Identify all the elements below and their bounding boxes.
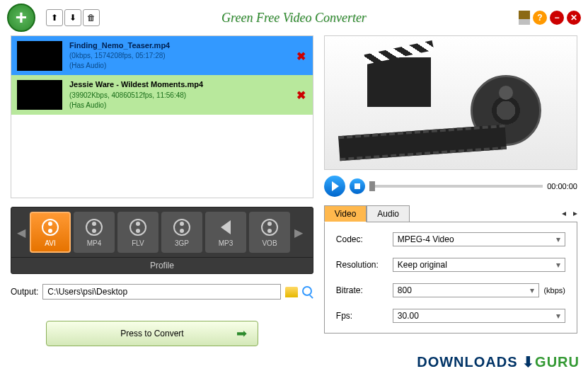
resolution-select[interactable]: Keep original [393,258,565,272]
profile-prev-button[interactable]: ◀ [16,226,27,239]
thumbnail [17,80,62,110]
seek-thumb[interactable] [369,181,375,191]
format-mp4[interactable]: MP4 [74,212,115,253]
player-controls: 00:00:00 [324,176,577,197]
remove-file-button[interactable]: ✖ [296,49,306,62]
file-audio: (Has Audio) [69,101,307,110]
format-3gp[interactable]: 3GP [161,212,202,253]
watermark: DOWNLOADS ⬇GURU [417,353,580,370]
file-list: Finding_Nemo_Teaser.mp4 (0kbps, 1574208f… [11,35,313,198]
file-meta: (39902Kbps, 40860512fps, 11:56:48) [69,91,307,101]
fps-select[interactable]: 30.00 [393,309,565,323]
resolution-label: Resolution: [336,260,393,270]
profile-panel: ◀ AVI MP4 FLV 3GP [11,207,313,274]
codec-select[interactable]: MPEG-4 Video [393,232,565,246]
output-label: Output: [11,287,38,297]
help-button[interactable]: ? [533,11,547,25]
file-name: Jessie Ware - Wildest Moments.mp4 [69,79,307,90]
output-row: Output: [11,284,313,300]
file-item[interactable]: Finding_Nemo_Teaser.mp4 (0kbps, 1574208f… [11,36,313,75]
file-info: Jessie Ware - Wildest Moments.mp4 (39902… [69,79,307,110]
convert-label: Press to Convert [120,329,183,338]
settings-panel: Codec: MPEG-4 Video Resolution: Keep ori… [324,222,577,334]
minimize-button[interactable]: − [550,11,564,25]
bitrate-label: Bitrate: [336,285,393,295]
convert-button[interactable]: Press to Convert [46,321,258,346]
output-path-input[interactable] [42,284,280,300]
reel-icon [172,217,192,237]
file-name: Finding_Nemo_Teaser.mp4 [69,40,307,51]
file-info: Finding_Nemo_Teaser.mp4 (0kbps, 1574208f… [69,40,307,71]
move-down-button[interactable]: ⬇ [64,9,81,26]
play-button[interactable] [324,176,345,197]
bitrate-unit: (kbps) [543,286,565,295]
format-label: FLV [132,239,144,247]
format-label: AVI [45,239,55,247]
add-file-button[interactable] [7,4,35,32]
file-item[interactable]: Jessie Ware - Wildest Moments.mp4 (39902… [11,75,313,114]
speaker-icon [216,217,236,237]
thumbnail [17,41,62,71]
format-mp3[interactable]: MP3 [205,212,246,253]
profile-title: Profile [11,257,313,273]
format-label: 3GP [175,239,189,247]
format-avi[interactable]: AVI [30,212,71,253]
delete-button[interactable]: 🗑 [83,9,100,26]
reel-icon [84,217,104,237]
tab-prev-button[interactable]: ◂ [562,208,566,218]
format-vob[interactable]: VOB [249,212,290,253]
app-title: Green Free Video Converter [221,11,367,25]
fps-label: Fps: [336,311,393,321]
tab-audio[interactable]: Audio [367,205,410,222]
format-label: MP4 [87,239,102,247]
header-toolbar: ⬆ ⬇ 🗑 [46,9,100,26]
brush-icon[interactable] [519,11,530,25]
tab-nav: ◂ ▸ [562,208,577,218]
codec-label: Codec: [336,234,393,244]
reel-icon [260,217,279,237]
header: ⬆ ⬇ 🗑 Green Free Video Converter ? − ✕ [0,0,588,35]
open-folder-button[interactable] [302,286,313,297]
profile-next-button[interactable]: ▶ [293,226,304,239]
move-up-button[interactable]: ⬆ [46,9,63,26]
remove-file-button[interactable]: ✖ [296,89,306,102]
file-meta: (0kbps, 1574208fps, 05:17:28) [69,51,307,61]
format-flv[interactable]: FLV [117,212,158,253]
film-strip-icon [338,125,507,161]
format-label: VOB [262,239,277,247]
reel-icon [128,217,148,237]
browse-folder-button[interactable] [285,287,298,297]
header-right: ? − ✕ [519,11,581,25]
clapperboard-icon [367,57,431,107]
seek-bar[interactable] [369,185,543,188]
settings-tabs: Video Audio ◂ ▸ [324,205,577,222]
time-display: 00:00:00 [547,182,577,190]
close-button[interactable]: ✕ [567,11,581,25]
bitrate-select[interactable]: 800 [393,283,540,297]
stop-button[interactable] [350,178,365,194]
reel-icon [40,217,60,237]
format-label: MP3 [219,239,234,247]
file-audio: (Has Audio) [69,61,307,71]
tab-video[interactable]: Video [324,205,367,222]
tab-next-button[interactable]: ▸ [573,208,577,218]
video-preview [324,35,577,170]
